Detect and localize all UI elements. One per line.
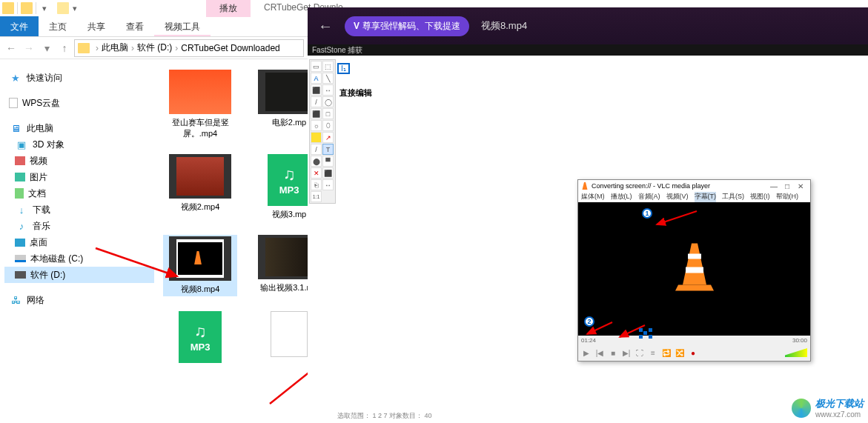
recent-dropdown[interactable]: ▾: [40, 42, 53, 54]
tool-frame[interactable]: □: [322, 108, 334, 119]
dropdown-icon[interactable]: ▾: [70, 4, 80, 13]
thumbnail: ♫MP3: [179, 311, 222, 363]
tool-zoom[interactable]: 1:1: [311, 191, 322, 202]
tool-blur[interactable]: ⬯: [322, 120, 334, 131]
shuffle-button[interactable]: 🔀: [675, 349, 685, 357]
menu-help[interactable]: 帮助(H): [776, 192, 799, 202]
next-button[interactable]: ▶|: [621, 349, 632, 357]
forward-button[interactable]: →: [22, 42, 36, 54]
close-button[interactable]: ✕: [794, 182, 807, 190]
home-tab[interactable]: 主页: [39, 16, 77, 36]
breadcrumb-folder[interactable]: CRTubeGet Downloaded: [181, 43, 279, 53]
sidebar-videos[interactable]: 视频: [4, 153, 154, 169]
vlc-video-area[interactable]: 1 2: [578, 202, 810, 336]
tool-stamp[interactable]: ⬛: [322, 167, 334, 179]
player-title: 视频8.mp4: [481, 19, 527, 33]
sidebar-wps[interactable]: WPS云盘: [4, 95, 154, 111]
vlc-titlebar[interactable]: Converting screen:// - VLC media player …: [578, 180, 810, 192]
sidebar-downloads[interactable]: ↓下载: [4, 201, 154, 218]
vlc-cone-icon: [674, 241, 715, 293]
file-tab[interactable]: 文件: [0, 16, 39, 36]
chevron-icon[interactable]: ›: [175, 43, 178, 53]
fullscreen-button[interactable]: ⛶: [635, 349, 645, 357]
maximize-button[interactable]: □: [781, 182, 794, 190]
tool-undo[interactable]: ⎗: [311, 179, 322, 190]
tool-ellipse[interactable]: ◯: [322, 96, 334, 107]
file-item[interactable]: ♫MP3: [163, 311, 237, 366]
thumbnail: [169, 70, 231, 114]
tool-pencil[interactable]: /: [311, 96, 322, 107]
sidebar-label: 快速访问: [27, 72, 62, 84]
dropdown-icon[interactable]: ▾: [39, 4, 50, 13]
file-item[interactable]: 视频2.mp4: [163, 154, 237, 220]
menu-subtitle[interactable]: 字幕(T): [695, 192, 717, 202]
menu-tools[interactable]: 工具(S): [722, 192, 744, 202]
tool-textbox[interactable]: T: [322, 144, 334, 155]
chevron-icon[interactable]: ›: [96, 43, 99, 53]
tool-marker[interactable]: [311, 132, 322, 143]
back-button[interactable]: ←: [4, 42, 18, 54]
tool-color[interactable]: ▀: [322, 156, 334, 167]
contextual-tab-play[interactable]: 播放: [206, 0, 251, 17]
tool-close[interactable]: ✕: [311, 167, 322, 179]
tool-number[interactable]: ⬤: [311, 156, 322, 167]
premium-badge[interactable]: V尊享强悍解码、下载提速: [345, 16, 469, 36]
breadcrumb[interactable]: › 此电脑 › 软件 (D:) › CRTubeGet Downloaded: [74, 39, 304, 57]
sidebar-quick-access[interactable]: ★快速访问: [4, 70, 154, 86]
faststone-titlebar: FastStone 捕获: [308, 44, 868, 56]
tool-shape[interactable]: ⬛: [311, 108, 322, 119]
tool-text[interactable]: A: [311, 73, 322, 84]
tool-brush[interactable]: /: [311, 144, 322, 155]
sidebar-3d-objects[interactable]: ▣3D 对象: [4, 136, 154, 153]
folder-icon[interactable]: [21, 2, 33, 14]
sidebar-c-drive[interactable]: 本地磁盘 (C:): [4, 250, 154, 267]
sidebar-music[interactable]: ♪音乐: [4, 218, 154, 234]
video-tools-tab[interactable]: 视频工具: [154, 16, 211, 36]
menu-view[interactable]: 视图(I): [750, 192, 770, 202]
edit-label: 直接编辑: [339, 87, 372, 99]
sidebar-pictures[interactable]: 图片: [4, 169, 154, 185]
sidebar-documents[interactable]: 文档: [4, 185, 154, 201]
tool-highlight[interactable]: ☼: [311, 120, 322, 131]
share-tab[interactable]: 共享: [77, 16, 116, 36]
chevron-icon[interactable]: ›: [131, 43, 134, 53]
loop-button[interactable]: 🔁: [661, 349, 672, 357]
mp3-label: MP3: [279, 184, 299, 196]
note-icon: ♫: [194, 322, 207, 342]
playlist-button[interactable]: ≡: [648, 349, 658, 357]
menu-video[interactable]: 视频(V): [666, 192, 689, 202]
sidebar-d-drive[interactable]: 软件 (D:): [4, 267, 154, 283]
tool-rect[interactable]: ▭: [311, 61, 322, 72]
sidebar-network[interactable]: 🖧网络: [4, 292, 154, 308]
menu-audio[interactable]: 音频(A): [638, 192, 660, 202]
stop-button[interactable]: ■: [608, 349, 618, 357]
breadcrumb-drive[interactable]: 软件 (D:): [137, 41, 172, 54]
prev-button[interactable]: |◀: [594, 349, 605, 357]
view-tab[interactable]: 查看: [116, 16, 154, 36]
text-cursor[interactable]: I₁: [337, 63, 350, 74]
up-button[interactable]: ↑: [58, 42, 71, 54]
tool-arrow[interactable]: ↗: [322, 132, 334, 143]
sidebar-label: 软件 (D:): [30, 269, 65, 282]
tool-select[interactable]: ⬚: [322, 61, 334, 72]
back-button[interactable]: ←: [318, 18, 333, 35]
menu-media[interactable]: 媒体(M): [581, 192, 605, 202]
record-button[interactable]: ●: [688, 349, 698, 357]
sidebar-this-pc[interactable]: 🖥此电脑: [4, 120, 154, 136]
file-item[interactable]: 登山赛车但是竖屏。.mp4: [163, 70, 237, 139]
minimize-button[interactable]: —: [767, 182, 781, 190]
tool-fill[interactable]: ⬛: [311, 84, 322, 96]
menu-playback[interactable]: 播放(L): [611, 192, 632, 202]
faststone-toolbar: ▭ ⬚ A ╲ ⬛ ↔ / ◯ ⬛ □ ☼ ⬯ ↗ / T ⬤ ▀ ✕ ⬛ ⎗ …: [309, 59, 336, 204]
tool-resize[interactable]: ↔: [322, 84, 334, 96]
selection-handles[interactable]: [639, 328, 652, 339]
thumbnail: ♫MP3: [268, 154, 311, 206]
tool-line[interactable]: ╲: [322, 73, 334, 84]
tool-move[interactable]: ↔: [322, 179, 334, 190]
breadcrumb-pc[interactable]: 此电脑: [102, 41, 128, 54]
play-button[interactable]: ▶: [581, 349, 592, 357]
file-item-selected[interactable]: 视频8.mp4: [163, 235, 237, 296]
volume-slider[interactable]: [785, 348, 807, 357]
vlc-window[interactable]: Converting screen:// - VLC media player …: [577, 179, 811, 362]
sidebar-desktop[interactable]: 桌面: [4, 234, 154, 250]
